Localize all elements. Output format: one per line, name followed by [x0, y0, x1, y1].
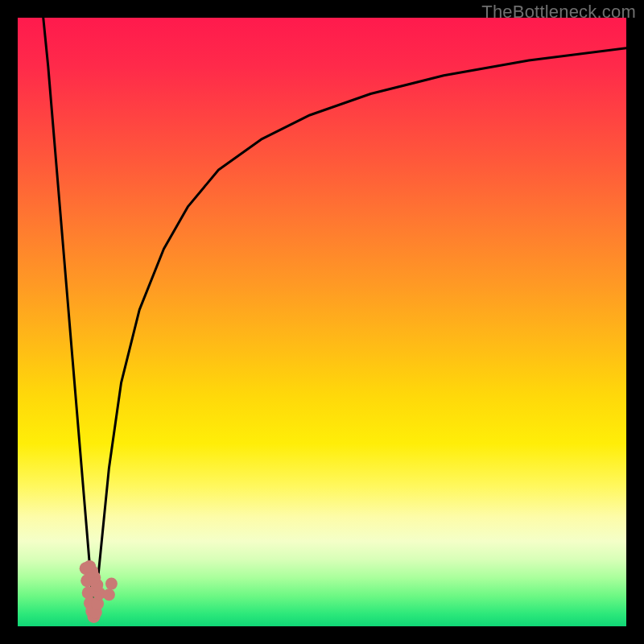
series-right-branch: [94, 48, 626, 617]
chart-stage: TheBottleneck.com: [0, 0, 644, 644]
right-dots-dot: [103, 588, 115, 601]
chart-svg: [18, 18, 626, 626]
plot-area: [18, 18, 626, 626]
watermark-text: TheBottleneck.com: [481, 2, 636, 23]
curve-lines: [43, 18, 626, 617]
v-trough-dot: [83, 560, 96, 573]
series-left-branch: [43, 18, 95, 617]
right-dots-dot: [105, 578, 118, 590]
